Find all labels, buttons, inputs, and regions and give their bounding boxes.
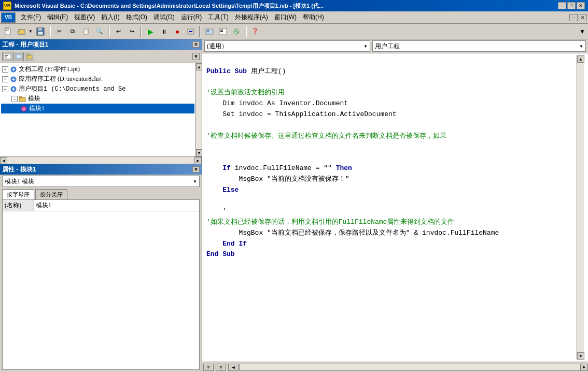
code-align-center-btn[interactable]: ≡	[216, 364, 226, 371]
code-content[interactable]: Public Sub 用户工程() '设置当前激活文档的引用 Dim invdo…	[206, 55, 577, 360]
redo-button[interactable]: ↪	[125, 26, 138, 37]
properties-button[interactable]	[217, 26, 229, 37]
properties-panel: 属性 - 模块1 ✕ 模块1 模块 ▼ 按字母序 按分类序 (名称) 模块1	[0, 164, 202, 372]
view-object-button[interactable]	[13, 52, 24, 61]
toolbar-separator-1	[49, 26, 51, 37]
tree-expander-doc[interactable]: +	[2, 66, 8, 73]
tree-container: + 文档工程 (F:\零件1.ipt) +	[0, 63, 202, 156]
find-button[interactable]: 🔍	[93, 26, 106, 37]
code-align-left-btn[interactable]: ≡	[203, 364, 214, 371]
tree-icon-user	[9, 85, 18, 93]
paste-button[interactable]: 📋	[80, 26, 92, 37]
procedure-dropdown[interactable]: (通用） ▼	[204, 40, 370, 52]
save-button[interactable]	[34, 26, 47, 37]
menu-bar: VB 文件(F) 编辑(E) 视图(V) 插入(I) 格式(O) 调试(D) 运…	[0, 11, 588, 24]
main-area: 工程 - 用户项目1 ✕ ▼ +	[0, 39, 588, 372]
tree-item-user[interactable]: − 用户项目1 (C:\Documents and Se	[1, 84, 194, 94]
menu-debug[interactable]: 调试(D)	[150, 12, 178, 23]
new-button[interactable]	[2, 26, 15, 37]
code-hscroll-left-btn[interactable]: ◄	[228, 364, 239, 371]
tab-categorized[interactable]: 按分类序	[35, 189, 67, 199]
tab-alphabetical[interactable]: 按字母序	[2, 189, 34, 200]
copy-button[interactable]: ⧉	[66, 26, 79, 37]
tree-icon-doc	[9, 66, 18, 73]
code-scrollbar: ▲ ▼	[577, 55, 584, 360]
menu-file[interactable]: 文件(F)	[18, 12, 44, 23]
properties-grid: (名称) 模块1	[2, 199, 200, 370]
project-panel: 工程 - 用户项目1 ✕ ▼ +	[0, 39, 202, 164]
tree-item-modules[interactable]: − 模块	[1, 94, 194, 104]
code-scroll-down[interactable]: ▼	[577, 352, 584, 360]
help-button[interactable]: ❓	[249, 26, 261, 37]
tree-expander-modules[interactable]: −	[11, 96, 18, 102]
inner-minimize-btn[interactable]: ─	[569, 14, 578, 21]
svg-rect-5	[38, 28, 42, 31]
svg-rect-6	[38, 32, 43, 35]
tree-hscroll-right[interactable]: ►	[194, 157, 202, 164]
tree-item-module1[interactable]: M 模块1	[1, 104, 194, 113]
inner-close-btn[interactable]: ✕	[579, 14, 587, 21]
tree-label-user: 用户项目1 (C:\Documents and Se	[19, 84, 125, 93]
code-hscroll-track[interactable]	[240, 364, 581, 371]
svg-rect-20	[17, 55, 21, 58]
app-menu-icon[interactable]: VB	[1, 12, 16, 23]
tree-scroll-track[interactable]	[196, 70, 202, 149]
menu-view[interactable]: 视图(V)	[71, 12, 98, 23]
svg-rect-27	[19, 96, 22, 98]
menu-help[interactable]: 帮助(H)	[300, 12, 327, 23]
properties-dropdown[interactable]: 模块1 模块 ▼	[2, 176, 200, 187]
menu-window[interactable]: 窗口(W)	[271, 12, 300, 23]
title-bar-left: VB Microsoft Visual Basic - C:\Documents…	[3, 2, 324, 10]
tree-item-doc[interactable]: + 文档工程 (F:\零件1.ipt)	[1, 64, 194, 74]
tree-expander-user[interactable]: −	[2, 86, 8, 92]
tree-hscroll-track[interactable]	[7, 157, 194, 164]
view-code-button[interactable]	[2, 52, 12, 61]
maximize-button[interactable]: □	[567, 2, 576, 9]
property-row-name: (名称) 模块1	[3, 200, 199, 211]
tree-item-app[interactable]: + 应用程序工程 (D:\inventor8chs\	[1, 74, 194, 84]
code-hscroll-right-btn[interactable]: ►	[581, 364, 588, 371]
close-button[interactable]: ✕	[577, 2, 585, 9]
open-arrow[interactable]: ▼	[28, 26, 33, 37]
code-scroll-track[interactable]	[577, 63, 584, 352]
left-panel: 工程 - 用户项目1 ✕ ▼ +	[0, 39, 202, 372]
tree-expander-app[interactable]: +	[2, 76, 8, 82]
design-mode-button[interactable]	[185, 26, 197, 37]
project-scroll-btn[interactable]: ▼	[192, 53, 200, 60]
project-panel-close[interactable]: ✕	[192, 41, 200, 48]
project-panel-toolbar: ▼	[0, 50, 202, 63]
properties-panel-close[interactable]: ✕	[192, 166, 200, 173]
project-explorer-button[interactable]	[203, 26, 216, 37]
toggle-folders-button[interactable]	[25, 52, 35, 61]
tree-icon-module1: M	[20, 105, 28, 112]
menu-run[interactable]: 运行(R)	[178, 12, 205, 23]
menu-format[interactable]: 格式(O)	[123, 12, 150, 23]
cut-button[interactable]: ✂	[53, 26, 65, 37]
procedure-dropdown-arrow: ▼	[363, 44, 368, 49]
object-browser-button[interactable]	[230, 26, 243, 37]
title-text: Microsoft Visual Basic - C:\Documents an…	[15, 2, 324, 10]
toolbar-more-button[interactable]: ▼	[579, 26, 586, 37]
undo-button[interactable]: ↩	[112, 26, 124, 37]
svg-rect-22	[27, 54, 30, 55]
menu-edit[interactable]: 编辑(E)	[44, 12, 71, 23]
menu-tools[interactable]: 工具(T)	[205, 12, 231, 23]
minimize-button[interactable]: ─	[558, 2, 566, 9]
tree-scroll-down[interactable]: ▼	[196, 149, 202, 156]
tree-scroll-up[interactable]: ▲	[196, 63, 202, 70]
module-dropdown[interactable]: 用户工程 ▼	[372, 40, 586, 52]
code-panel: (通用） ▼ 用户工程 ▼ Public Sub 用户工程() '设置当前激活文…	[202, 39, 588, 372]
properties-dropdown-arrow: ▼	[193, 179, 197, 184]
code-scroll-up[interactable]: ▲	[577, 55, 584, 63]
properties-dropdown-label: 模块1 模块	[5, 177, 34, 186]
tree-label-doc: 文档工程 (F:\零件1.ipt)	[19, 65, 80, 74]
tree-hscroll: ◄ ►	[0, 156, 202, 164]
run-button[interactable]: ▶	[144, 26, 157, 37]
menu-addins[interactable]: 外接程序(A)	[232, 12, 271, 23]
stop-button[interactable]: ■	[171, 26, 184, 37]
tree-hscroll-left[interactable]: ◄	[0, 157, 7, 164]
code-area[interactable]: Public Sub 用户工程() '设置当前激活文档的引用 Dim invdo…	[202, 53, 588, 362]
pause-button[interactable]: ⏸	[158, 26, 170, 37]
open-button[interactable]	[16, 26, 28, 37]
menu-insert[interactable]: 插入(I)	[98, 12, 122, 23]
